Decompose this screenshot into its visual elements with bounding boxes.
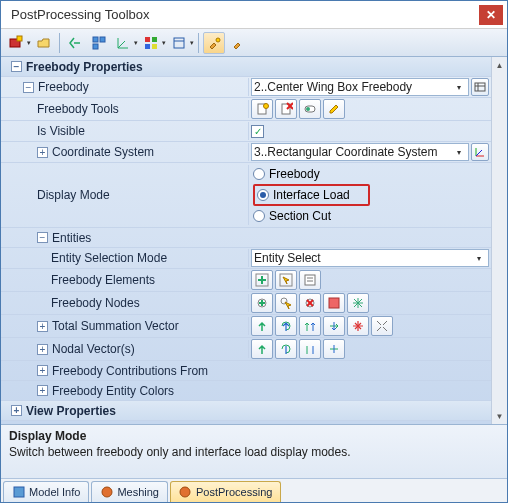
node-grid-icon[interactable]	[347, 293, 369, 313]
description-text: Switch between freebody only and interfa…	[9, 445, 499, 459]
row-freebody-elements: Freebody Elements	[1, 269, 491, 292]
tool-delete-icon[interactable]	[275, 99, 297, 119]
sum-moment-icon[interactable]	[275, 316, 297, 336]
coord-system-combo[interactable]: 3..Rectangular Coordinate System▾	[251, 143, 469, 161]
sum-target-icon[interactable]	[371, 316, 393, 336]
freebody-aux-button[interactable]	[471, 78, 489, 96]
expand-icon[interactable]: +	[37, 344, 48, 355]
nodal-cross-icon[interactable]	[323, 339, 345, 359]
section-freebody-properties[interactable]: − Freebody Properties	[1, 57, 491, 77]
svg-rect-3	[100, 37, 105, 42]
property-grid: − Freebody Properties −Freebody 2..Cente…	[1, 57, 507, 424]
axis-icon[interactable]	[112, 32, 134, 54]
tab-model-info[interactable]: Model Info	[3, 481, 89, 502]
brush-select-icon[interactable]	[203, 32, 225, 54]
svg-rect-9	[174, 38, 184, 48]
section-view-properties[interactable]: + View Properties	[1, 401, 491, 421]
sum-expand-icon[interactable]	[347, 316, 369, 336]
svg-rect-8	[152, 44, 157, 49]
radio-interface-load[interactable]: Interface Load	[257, 187, 350, 203]
post-icon	[179, 486, 192, 499]
svg-rect-1	[17, 36, 22, 41]
svg-point-11	[216, 38, 220, 42]
info-icon	[12, 486, 25, 499]
row-contributions-from: +Freebody Contributions From	[1, 361, 491, 381]
node-region-icon[interactable]	[323, 293, 345, 313]
chevron-down-icon: ▾	[472, 254, 486, 263]
coord-axes-button[interactable]	[471, 143, 489, 161]
tool-edit-icon[interactable]	[323, 99, 345, 119]
dropdown-arrow-icon[interactable]: ▾	[162, 39, 166, 47]
vertical-scrollbar[interactable]: ▲ ▼	[491, 57, 507, 424]
nodal-both-icon[interactable]	[299, 339, 321, 359]
svg-rect-2	[93, 37, 98, 42]
nodal-moment-icon[interactable]	[275, 339, 297, 359]
tool-toggle-icon[interactable]	[299, 99, 321, 119]
svg-rect-5	[145, 37, 150, 42]
dropdown-arrow-icon[interactable]: ▾	[134, 39, 138, 47]
svg-point-42	[180, 487, 190, 497]
expand-icon[interactable]: +	[37, 147, 48, 158]
node-add-icon[interactable]	[251, 293, 273, 313]
freebody-combo[interactable]: 2..Center Wing Box Freebody▾	[251, 78, 469, 96]
prev-icon[interactable]	[64, 32, 86, 54]
window-title: PostProcessing Toolbox	[11, 7, 150, 22]
close-button[interactable]: ✕	[479, 5, 503, 25]
grid-colors-icon[interactable]	[140, 32, 162, 54]
window-icon[interactable]	[168, 32, 190, 54]
radio-freebody[interactable]: Freebody	[253, 166, 320, 182]
highlight-annotation: Interface Load	[253, 184, 370, 206]
sum-both-icon[interactable]	[299, 316, 321, 336]
row-freebody: −Freebody 2..Center Wing Box Freebody▾	[1, 77, 491, 98]
collapse-icon[interactable]: −	[23, 82, 34, 93]
row-freebody-tools: Freebody Tools	[1, 98, 491, 121]
collapse-icon[interactable]: −	[37, 232, 48, 243]
nodal-force-icon[interactable]	[251, 339, 273, 359]
tab-meshing[interactable]: Meshing	[91, 481, 168, 502]
bottom-tabs: Model Info Meshing PostProcessing	[1, 478, 507, 502]
layout-icon[interactable]	[88, 32, 110, 54]
toolbar: ▾ ▾ ▾ ▾	[1, 29, 507, 57]
chevron-down-icon: ▾	[452, 148, 466, 157]
brush-icon[interactable]	[227, 32, 249, 54]
scroll-up-icon[interactable]: ▲	[492, 57, 507, 73]
row-display-mode: Display Mode Freebody Interface Load Sec…	[1, 163, 491, 228]
entity-sel-combo[interactable]: Entity Select▾	[251, 249, 489, 267]
radio-section-cut[interactable]: Section Cut	[253, 208, 331, 224]
dropdown-arrow-icon[interactable]: ▾	[27, 39, 31, 47]
svg-rect-7	[145, 44, 150, 49]
collapse-icon[interactable]: −	[11, 61, 22, 72]
chevron-down-icon: ▾	[452, 83, 466, 92]
node-pick-icon[interactable]	[275, 293, 297, 313]
sum-cross-icon[interactable]	[323, 316, 345, 336]
elem-add-icon[interactable]	[251, 270, 273, 290]
row-entities: −Entities	[1, 228, 491, 248]
open-icon[interactable]	[33, 32, 55, 54]
svg-point-21	[306, 107, 310, 111]
tool-new-icon[interactable]	[251, 99, 273, 119]
is-visible-checkbox[interactable]: ✓	[251, 125, 264, 138]
expand-icon[interactable]: +	[37, 385, 48, 396]
expand-icon[interactable]: +	[11, 405, 22, 416]
node-remove-icon[interactable]	[299, 293, 321, 313]
expand-icon[interactable]: +	[37, 365, 48, 376]
svg-rect-40	[14, 487, 24, 497]
sum-show-icon[interactable]	[251, 316, 273, 336]
scroll-down-icon[interactable]: ▼	[492, 408, 507, 424]
row-freebody-nodes: Freebody Nodes	[1, 292, 491, 315]
row-entity-sel-mode: Entity Selection Mode Entity Select▾	[1, 248, 491, 269]
svg-rect-4	[93, 44, 98, 49]
new-freebody-icon[interactable]	[5, 32, 27, 54]
svg-rect-12	[475, 83, 485, 91]
row-entity-colors: +Freebody Entity Colors	[1, 381, 491, 401]
elem-pick-icon[interactable]	[275, 270, 297, 290]
svg-rect-29	[305, 275, 315, 285]
dropdown-arrow-icon[interactable]: ▾	[190, 39, 194, 47]
expand-icon[interactable]: +	[37, 321, 48, 332]
row-nodal-vectors: +Nodal Vector(s)	[1, 338, 491, 361]
svg-point-41	[102, 487, 112, 497]
description-panel: Display Mode Switch between freebody onl…	[1, 424, 507, 478]
row-total-summation: +Total Summation Vector	[1, 315, 491, 338]
tab-postprocessing[interactable]: PostProcessing	[170, 481, 281, 502]
elem-list-icon[interactable]	[299, 270, 321, 290]
